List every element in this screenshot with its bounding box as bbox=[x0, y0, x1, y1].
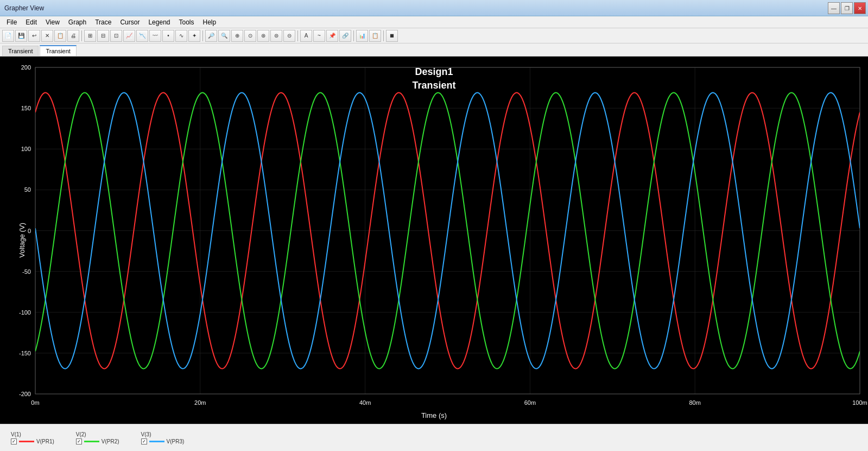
legend-check-2[interactable]: ✓ bbox=[141, 439, 147, 444]
menu-item-file[interactable]: File bbox=[2, 17, 21, 27]
svg-text:-200: -200 bbox=[19, 391, 31, 397]
toolbar-button[interactable]: 📋 bbox=[54, 30, 66, 42]
legend-label-1: V(2) bbox=[76, 431, 86, 437]
legend-line-2 bbox=[149, 441, 164, 442]
close-button[interactable]: ✕ bbox=[854, 2, 866, 14]
graph-container: Design1 Transient Voltage (V) 2001501005… bbox=[0, 57, 868, 424]
svg-text:80m: 80m bbox=[689, 399, 700, 406]
svg-text:-50: -50 bbox=[22, 268, 31, 275]
legend-trace-0: ✓V(PR1) bbox=[11, 439, 54, 444]
legend-label-2: V(3) bbox=[141, 431, 151, 437]
svg-text:100: 100 bbox=[21, 146, 31, 152]
menu-item-help[interactable]: Help bbox=[199, 17, 221, 27]
toolbar-button[interactable]: ⊡ bbox=[110, 30, 122, 42]
toolbar-button[interactable]: 🔗 bbox=[339, 30, 351, 42]
toolbar-button[interactable]: 🖨 bbox=[67, 30, 79, 42]
svg-text:-100: -100 bbox=[19, 309, 31, 316]
toolbar-button[interactable]: ⊕ bbox=[231, 30, 243, 42]
toolbar-button[interactable]: ⊛ bbox=[257, 30, 269, 42]
tab-0[interactable]: Transient bbox=[2, 46, 39, 56]
toolbar-separator bbox=[353, 30, 354, 41]
legend-label-0: V(1) bbox=[11, 431, 21, 437]
legend-trace-name-0: V(PR1) bbox=[36, 439, 54, 444]
menu-bar: FileEditViewGraphTraceCursorLegendToolsH… bbox=[0, 16, 868, 28]
legend-bar: V(1)✓V(PR1)V(2)✓V(PR2)V(3)✓V(PR3) bbox=[0, 424, 868, 451]
toolbar: 📄💾↩✕📋🖨⊞⊟⊡📈📉〰•∿✦🔎🔍⊕⊙⊛⊜⊝A~📌🔗📊📋⏹ bbox=[0, 28, 868, 43]
toolbar-button[interactable]: ⏹ bbox=[386, 30, 398, 42]
toolbar-separator bbox=[202, 30, 203, 41]
menu-item-trace[interactable]: Trace bbox=[91, 17, 116, 27]
toolbar-button[interactable]: 💾 bbox=[15, 30, 27, 42]
toolbar-button[interactable]: ✦ bbox=[188, 30, 200, 42]
legend-item-2: V(3)✓V(PR3) bbox=[141, 431, 185, 444]
svg-text:100m: 100m bbox=[852, 399, 867, 406]
toolbar-button[interactable]: • bbox=[162, 30, 174, 42]
legend-trace-1: ✓V(PR2) bbox=[76, 439, 119, 444]
svg-text:0m: 0m bbox=[31, 399, 39, 406]
toolbar-button[interactable]: ⊙ bbox=[244, 30, 256, 42]
toolbar-button[interactable]: ↩ bbox=[28, 30, 40, 42]
toolbar-button[interactable]: ∿ bbox=[175, 30, 187, 42]
toolbar-button[interactable]: 🔎 bbox=[205, 30, 217, 42]
window-controls: — ❐ ✕ bbox=[828, 2, 866, 14]
toolbar-button[interactable]: A bbox=[300, 30, 312, 42]
x-axis-label: Time (s) bbox=[421, 411, 447, 419]
toolbar-button[interactable]: ⊟ bbox=[97, 30, 109, 42]
legend-item-0: V(1)✓V(PR1) bbox=[11, 431, 54, 444]
svg-text:20m: 20m bbox=[194, 399, 206, 406]
legend-check-0[interactable]: ✓ bbox=[11, 439, 17, 444]
svg-text:-150: -150 bbox=[19, 350, 31, 356]
toolbar-button[interactable]: ⊜ bbox=[270, 30, 282, 42]
maximize-button[interactable]: ❐ bbox=[841, 2, 853, 14]
svg-text:50: 50 bbox=[24, 186, 31, 193]
title-bar: Grapher View — ❐ ✕ bbox=[0, 0, 868, 16]
toolbar-button[interactable]: 📈 bbox=[123, 30, 135, 42]
tabs-bar: TransientTransient bbox=[0, 43, 868, 57]
toolbar-separator bbox=[383, 30, 384, 41]
menu-item-cursor[interactable]: Cursor bbox=[116, 17, 144, 27]
toolbar-button[interactable]: ⊞ bbox=[84, 30, 96, 42]
graph-svg: 200150100500-50-100-150-2000m20m40m60m80… bbox=[0, 57, 868, 424]
svg-text:0: 0 bbox=[28, 228, 31, 234]
menu-item-legend[interactable]: Legend bbox=[144, 17, 174, 27]
legend-trace-name-2: V(PR3) bbox=[167, 439, 185, 444]
toolbar-button[interactable]: 📊 bbox=[356, 30, 368, 42]
legend-line-0 bbox=[19, 441, 34, 442]
menu-item-view[interactable]: View bbox=[41, 17, 64, 27]
menu-item-tools[interactable]: Tools bbox=[174, 17, 198, 27]
legend-line-1 bbox=[84, 441, 99, 442]
tab-1[interactable]: Transient bbox=[40, 45, 76, 56]
toolbar-button[interactable]: ⊝ bbox=[283, 30, 295, 42]
legend-trace-name-1: V(PR2) bbox=[102, 439, 119, 444]
toolbar-button[interactable]: 📄 bbox=[2, 30, 14, 42]
toolbar-button[interactable]: 📋 bbox=[369, 30, 381, 42]
legend-trace-2: ✓V(PR3) bbox=[141, 439, 185, 444]
toolbar-button[interactable]: 📉 bbox=[136, 30, 148, 42]
title-bar-text: Grapher View bbox=[4, 4, 44, 12]
minimize-button[interactable]: — bbox=[828, 2, 840, 14]
svg-text:150: 150 bbox=[21, 105, 31, 111]
svg-text:60m: 60m bbox=[524, 399, 536, 406]
toolbar-separator bbox=[297, 30, 298, 41]
toolbar-button[interactable]: ✕ bbox=[41, 30, 53, 42]
legend-item-1: V(2)✓V(PR2) bbox=[76, 431, 119, 444]
svg-text:40m: 40m bbox=[359, 399, 371, 406]
menu-item-edit[interactable]: Edit bbox=[21, 17, 41, 27]
toolbar-button[interactable]: ~ bbox=[313, 30, 325, 42]
legend-check-1[interactable]: ✓ bbox=[76, 439, 82, 444]
toolbar-separator bbox=[81, 30, 82, 41]
menu-item-graph[interactable]: Graph bbox=[64, 17, 91, 27]
toolbar-button[interactable]: 🔍 bbox=[218, 30, 230, 42]
toolbar-button[interactable]: 〰 bbox=[149, 30, 161, 42]
svg-text:200: 200 bbox=[21, 64, 31, 71]
toolbar-button[interactable]: 📌 bbox=[326, 30, 338, 42]
